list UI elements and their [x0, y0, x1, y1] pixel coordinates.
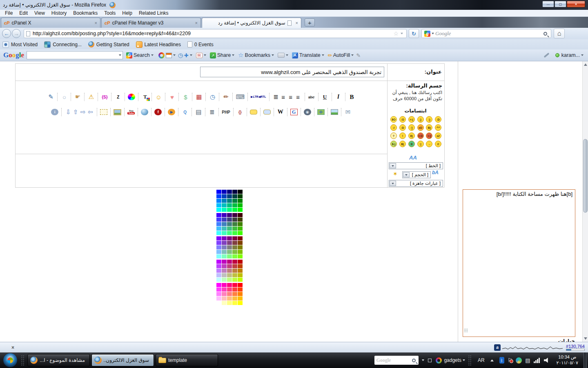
quote-icon[interactable]: Q — [181, 108, 189, 116]
palette-color[interactable] — [238, 283, 243, 287]
home-button[interactable]: ⌂ — [554, 29, 565, 38]
tab-close-icon[interactable]: × — [195, 20, 198, 25]
palette-color[interactable] — [222, 222, 227, 226]
palette-color[interactable] — [238, 264, 243, 268]
palette-color[interactable] — [222, 283, 227, 287]
youtube-icon[interactable]: YouTube — [127, 108, 135, 116]
palette-color[interactable] — [232, 250, 237, 254]
align-center-icon[interactable]: ≡ — [280, 93, 287, 101]
palette-color[interactable] — [232, 278, 237, 282]
palette-color[interactable] — [222, 260, 227, 264]
smiley-arrow[interactable]: → — [426, 141, 432, 147]
antivirus-icon[interactable] — [516, 357, 522, 364]
palette-color[interactable] — [227, 227, 232, 231]
palette-color[interactable] — [222, 227, 227, 231]
google-link-icon[interactable]: G — [290, 109, 298, 115]
palette-color[interactable] — [238, 194, 243, 198]
wrench-icon[interactable] — [543, 53, 549, 58]
bubble-blue-icon[interactable] — [263, 110, 271, 114]
palette-color[interactable] — [222, 231, 227, 235]
bookmark-latest-headlines[interactable]: Latest Headlines — [136, 41, 181, 48]
palette-color[interactable] — [216, 301, 221, 305]
smiley-cool[interactable]: B) — [426, 124, 432, 131]
palette-color[interactable] — [238, 296, 243, 301]
palette-color[interactable] — [238, 236, 243, 240]
palette-color[interactable] — [227, 241, 232, 245]
gadgets-dropdown-icon[interactable] — [463, 359, 465, 361]
bubble-yellow-icon[interactable] — [250, 110, 257, 114]
volume-icon[interactable] — [544, 358, 550, 363]
align-right-icon[interactable]: ≡ — [294, 93, 302, 101]
media-globe-icon[interactable] — [141, 109, 148, 115]
code-icon[interactable]: {} — [236, 108, 244, 116]
palette-color[interactable] — [222, 236, 227, 240]
mail-button[interactable]: ✉ — [196, 53, 207, 58]
palette-color[interactable] — [222, 278, 227, 282]
palette-color[interactable] — [227, 283, 232, 287]
user-label[interactable]: karam... — [561, 52, 580, 58]
forward-button[interactable]: → — [12, 29, 21, 38]
palette-color[interactable] — [232, 236, 237, 240]
palette-color[interactable] — [238, 245, 243, 249]
tray-grip-icon[interactable] — [468, 355, 472, 366]
taskbar-clock[interactable]: 10:34 ص ٢٠١١/٠٥/٠٧ — [557, 355, 578, 366]
media-play-icon[interactable]: ▶ — [168, 109, 175, 115]
pen-icon[interactable]: ✏ — [222, 93, 229, 101]
palette-color[interactable] — [216, 222, 221, 226]
palette-color[interactable] — [238, 208, 243, 212]
palette-color[interactable] — [232, 194, 237, 198]
palette-color[interactable] — [227, 264, 232, 268]
url-dropdown-icon[interactable] — [401, 33, 403, 34]
underline-icon[interactable]: U — [321, 93, 329, 101]
desktop-search-dropdown-icon[interactable] — [422, 359, 424, 361]
calendar-icon[interactable]: ▦ — [195, 93, 203, 101]
desktop-search-input[interactable]: Google — [374, 356, 419, 365]
palette-color[interactable] — [216, 236, 221, 240]
palette-color[interactable] — [216, 203, 221, 207]
palette-color[interactable] — [238, 222, 243, 226]
menu-item-related-links[interactable]: Related Links — [136, 10, 172, 16]
ltr-icon[interactable]: ▶LTR — [251, 93, 258, 101]
page-warning-icon[interactable]: ⚠ — [87, 93, 95, 101]
italic-icon[interactable]: I — [335, 93, 342, 101]
smiley-blush[interactable]: ^^ — [435, 124, 441, 131]
palette-color[interactable] — [216, 292, 221, 296]
palette-color[interactable] — [216, 208, 221, 212]
mail-dropdown-icon[interactable] — [204, 54, 206, 56]
palette-color[interactable] — [227, 273, 232, 277]
smiley-shocked[interactable]: 8O — [390, 116, 397, 123]
smiley-mad[interactable]: >:( — [408, 116, 415, 123]
arrow-down-icon[interactable]: ⇩ — [65, 108, 72, 116]
email-icon[interactable]: ✉ — [344, 108, 352, 116]
network-signal-icon[interactable] — [534, 358, 541, 363]
special-code-icon[interactable]: {S} — [101, 93, 108, 101]
scroll-down-icon[interactable] — [584, 337, 587, 340]
palette-color[interactable] — [232, 269, 237, 273]
palette-color[interactable] — [232, 296, 237, 301]
palette-color[interactable] — [238, 218, 243, 222]
smiley-wink[interactable]: ;) — [417, 116, 424, 123]
bookmark-star-icon[interactable]: ☆ — [393, 30, 399, 37]
palette-color[interactable] — [232, 208, 237, 212]
show-desktop-button[interactable] — [584, 352, 587, 368]
font-dropdown-button[interactable] — [390, 163, 396, 168]
smiley-greenteeth[interactable]: :E — [408, 141, 415, 147]
lightbulb-icon[interactable]: ○ — [60, 93, 68, 101]
taskbar-button-2[interactable]: سوق الغزل الالكترون... — [91, 354, 154, 366]
snippet-icon[interactable]: Z — [114, 93, 122, 101]
flash-icon[interactable]: f — [154, 109, 162, 115]
menu-item-tools[interactable]: Tools — [101, 10, 119, 16]
rainbow-color-icon[interactable] — [128, 94, 135, 100]
smiley-exclaim[interactable]: ! — [399, 132, 406, 139]
palette-color[interactable] — [238, 231, 243, 235]
toolbar-search-button[interactable]: Search — [134, 52, 155, 58]
palette-color[interactable] — [238, 250, 243, 254]
palette-color[interactable] — [227, 194, 232, 198]
palette-color[interactable] — [232, 203, 237, 207]
palette-color[interactable] — [216, 250, 221, 254]
smiley-nerd[interactable]: B| — [399, 141, 406, 147]
palette-color[interactable] — [238, 301, 243, 305]
palette-color[interactable] — [216, 231, 221, 235]
palette-color[interactable] — [232, 241, 237, 245]
autofill-dropdown-icon[interactable] — [351, 54, 354, 56]
